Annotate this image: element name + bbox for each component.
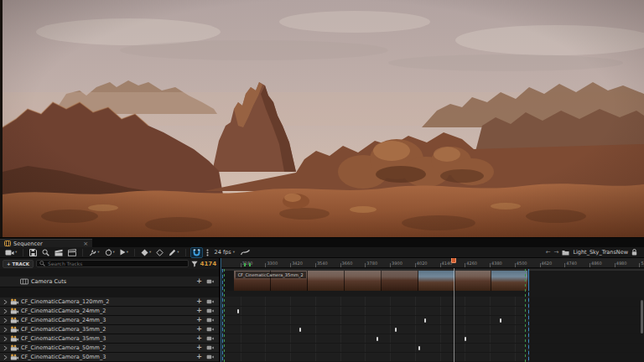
camera-lock-button[interactable]: [206, 299, 214, 304]
keyframe[interactable]: [299, 328, 301, 332]
keyframe[interactable]: [500, 318, 501, 323]
track-row-CF_CinematicCamera_24mm_3[interactable]: CF_CinematicCamera_24mm_3+: [0, 316, 219, 325]
divider: [134, 249, 135, 256]
camera-lock-button[interactable]: [206, 345, 214, 350]
add-track-button[interactable]: + TRACK: [3, 260, 34, 268]
track-label: CF_CinematicCamera_24mm_3: [21, 317, 194, 323]
create-camera-button[interactable]: [53, 248, 65, 257]
back-button[interactable]: ←: [546, 250, 551, 256]
playhead-handle[interactable]: [451, 258, 456, 263]
keyframe-area[interactable]: [221, 297, 644, 362]
camera-lock-button[interactable]: [206, 336, 214, 341]
add-section-button[interactable]: +: [196, 308, 202, 314]
autokey-button[interactable]: [154, 248, 165, 257]
track-row-CF_CinematicCamera_24mm_2[interactable]: CF_CinematicCamera_24mm_2+: [0, 307, 219, 316]
add-section-button[interactable]: +: [196, 278, 202, 285]
expand-chevron-icon[interactable]: [3, 318, 8, 323]
track-row-CF_CinematicCamera_50mm_3[interactable]: CF_CinematicCamera_50mm_3+: [0, 353, 219, 362]
sequence-options-button[interactable]: ▾: [3, 248, 18, 256]
save-button[interactable]: [28, 248, 39, 257]
camera-cuts-filmstrip[interactable]: CF_CinematicCamera_35mm_2: [221, 269, 644, 291]
playback-range-start[interactable]: [224, 269, 225, 362]
scrollbar-thumb[interactable]: [641, 300, 643, 334]
expand-chevron-icon[interactable]: [3, 345, 8, 351]
add-section-button[interactable]: +: [196, 317, 202, 323]
add-section-button[interactable]: +: [196, 326, 202, 333]
keyframe-options-button[interactable]: ▾: [139, 248, 153, 257]
track-row-CF_CinematicCamera_50mm_2[interactable]: CF_CinematicCamera_50mm_2+: [0, 344, 219, 353]
camera-cut-thumbnail[interactable]: [308, 271, 345, 291]
play-icon: [120, 249, 126, 256]
keyframe[interactable]: [424, 318, 426, 323]
track-row-CF_CinematicCamera_35mm_3[interactable]: CF_CinematicCamera_35mm_3+: [0, 334, 219, 344]
track-row-CF_CinematicCamera_35mm_2[interactable]: CF_CinematicCamera_35mm_2+: [0, 325, 219, 334]
more-dots-icon: [206, 249, 209, 256]
tab-sequencer[interactable]: Sequencer ×: [0, 239, 92, 247]
playback-options-button[interactable]: ▾: [103, 248, 117, 257]
camera-lock-button[interactable]: [206, 327, 214, 332]
add-section-button[interactable]: +: [196, 354, 202, 360]
keyframe[interactable]: [237, 309, 239, 313]
fps-dropdown[interactable]: 24 fps▾: [212, 248, 237, 256]
search-icon: [42, 249, 49, 256]
unreal-editor-window: Sequencer × ▾ ▾ ▾ ▾ ▾ ▾ 24 fps▾ ←: [0, 0, 644, 362]
selection-range-end[interactable]: [528, 269, 529, 362]
search-tracks-input[interactable]: Search Tracks: [36, 260, 188, 267]
fps-label: 24 fps: [215, 249, 231, 256]
camera-lock-button[interactable]: [206, 308, 214, 313]
add-section-button[interactable]: +: [196, 335, 202, 342]
play-button[interactable]: ▾: [118, 248, 130, 256]
track-label: CF_CinematicCamera_120mm_2: [21, 298, 194, 305]
slate-button[interactable]: [66, 248, 78, 257]
search-icon: [39, 261, 45, 266]
cine-camera-icon: [10, 308, 18, 314]
folder-icon: [562, 250, 569, 256]
marked-frame[interactable]: [249, 263, 251, 266]
snap-options-button[interactable]: [205, 248, 210, 257]
camera-lock-button[interactable]: [206, 354, 214, 359]
track-row-CF_CinematicCamera_120mm_2[interactable]: CF_CinematicCamera_120mm_2+: [0, 297, 219, 307]
selection-range-start[interactable]: [222, 269, 223, 362]
sequencer-tab-bar: Sequencer ×: [0, 238, 644, 247]
find-in-browser-button[interactable]: [40, 248, 51, 257]
expand-chevron-icon[interactable]: [3, 327, 8, 333]
lock-icon[interactable]: [631, 249, 637, 256]
playback-range-end[interactable]: [525, 269, 526, 362]
vertical-scrollbar[interactable]: [641, 297, 644, 362]
close-icon[interactable]: ×: [83, 240, 88, 247]
keyframe[interactable]: [465, 337, 466, 341]
timeline-ruler[interactable]: 3180330034203540366037803900402041404260…: [221, 258, 644, 268]
marked-frame[interactable]: [244, 263, 246, 266]
filter-icon[interactable]: [191, 261, 198, 267]
keyframe[interactable]: [395, 328, 397, 332]
snap-toggle-button[interactable]: [190, 247, 203, 258]
add-section-button[interactable]: +: [196, 298, 202, 305]
curve-editor-button[interactable]: [239, 248, 252, 256]
actions-button[interactable]: ▾: [87, 248, 101, 257]
edit-options-button[interactable]: ▾: [167, 248, 180, 257]
tab-title: Sequencer: [13, 240, 80, 247]
viewport-3d[interactable]: [0, 0, 644, 237]
add-section-button[interactable]: +: [196, 344, 202, 351]
expand-chevron-icon[interactable]: [3, 308, 8, 314]
camera-cut-thumbnail[interactable]: [455, 271, 492, 291]
camera-cut-thumbnail[interactable]: [418, 271, 455, 291]
current-frame-display[interactable]: 4174: [200, 261, 216, 267]
camera-lock-button[interactable]: [206, 318, 214, 323]
track-camera-cuts[interactable]: Camera Cuts+: [0, 277, 219, 287]
playhead[interactable]: 4174: [454, 258, 456, 263]
keyframe[interactable]: [418, 346, 420, 350]
forward-button[interactable]: →: [554, 250, 559, 256]
expand-chevron-icon[interactable]: [3, 336, 8, 342]
camera-lock-button[interactable]: [206, 279, 214, 284]
keyframe-diamond-icon: [141, 249, 148, 256]
camera-cut-thumbnail[interactable]: [491, 271, 528, 291]
camera-cut-thumbnail[interactable]: [345, 271, 382, 291]
expand-chevron-icon[interactable]: [3, 299, 8, 305]
wrench-icon: [89, 249, 96, 256]
camera-cut-thumbnail[interactable]: [382, 271, 418, 291]
camera-options-icon: [5, 249, 14, 256]
timeline-area: 3180330034203540366037803900402041404260…: [221, 258, 644, 362]
expand-chevron-icon[interactable]: [3, 354, 8, 360]
sequence-name[interactable]: Light_Sky_TransNew: [573, 249, 628, 256]
